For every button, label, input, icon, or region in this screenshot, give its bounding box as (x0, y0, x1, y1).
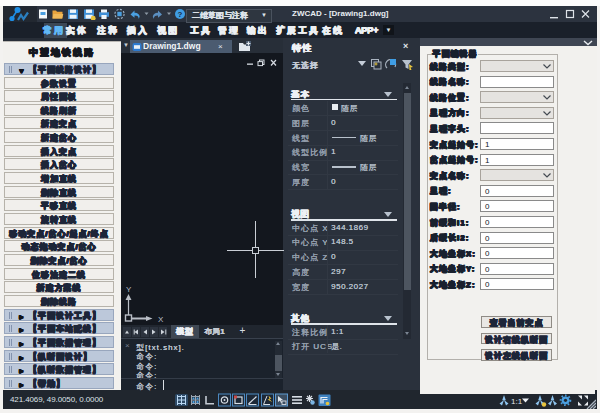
svg-text:X: X (158, 315, 164, 324)
svg-text:Y: Y (126, 285, 132, 294)
svg-text:1:1: 1:1 (511, 396, 523, 405)
svg-text:?: ? (178, 10, 183, 19)
